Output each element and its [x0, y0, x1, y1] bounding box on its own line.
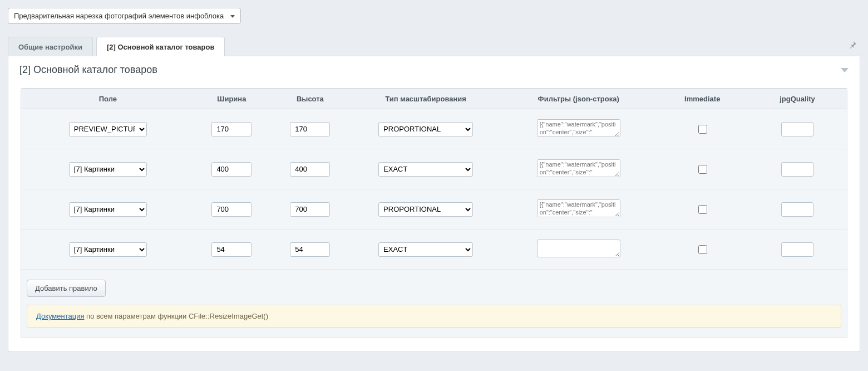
- tab-general[interactable]: Общие настройки: [8, 37, 93, 56]
- col-width: Ширина: [195, 89, 269, 109]
- tab-catalog[interactable]: [2] Основной каталог товаров: [96, 37, 225, 56]
- height-input[interactable]: [290, 202, 330, 217]
- rules-table: Поле Ширина Высота Тип масштабирования Ф…: [21, 89, 847, 270]
- tab-catalog-label: [2] Основной каталог товаров: [107, 43, 214, 51]
- module-select-label: Предварительная нарезка фотографий элеме…: [14, 12, 224, 20]
- width-input[interactable]: [211, 202, 251, 217]
- width-input[interactable]: [211, 122, 251, 136]
- chevron-down-icon: [230, 15, 235, 18]
- panel-head: [2] Основной каталог товаров: [8, 56, 860, 81]
- col-height: Высота: [269, 89, 351, 109]
- immediate-checkbox[interactable]: [698, 165, 707, 174]
- pin-icon[interactable]: [849, 41, 857, 50]
- jpgquality-input[interactable]: [781, 242, 813, 257]
- jpgquality-input[interactable]: [781, 162, 813, 177]
- add-rule-label: Добавить правило: [35, 284, 97, 292]
- col-filters: Фильтры (json-строка): [500, 89, 657, 109]
- scaling-select[interactable]: PROPORTIONALEXACT: [378, 122, 473, 136]
- col-imm: Immediate: [657, 89, 748, 109]
- height-input[interactable]: [290, 242, 330, 257]
- filters-textarea[interactable]: [537, 199, 620, 217]
- width-input[interactable]: [211, 242, 251, 257]
- doc-note: Документация по всем параметрам функции …: [27, 305, 841, 328]
- width-input[interactable]: [211, 162, 251, 177]
- filters-textarea[interactable]: [537, 159, 620, 177]
- col-jpg: jpgQuality: [748, 89, 847, 109]
- table-row: PREVIEW_PICTURE[7] КартинкиPROPORTIONALE…: [21, 109, 847, 149]
- panel-title: [2] Основной каталог товаров: [19, 64, 157, 76]
- table-row: PREVIEW_PICTURE[7] КартинкиPROPORTIONALE…: [21, 189, 847, 230]
- filters-textarea[interactable]: [537, 119, 620, 137]
- field-select[interactable]: PREVIEW_PICTURE[7] Картинки: [69, 202, 147, 217]
- height-input[interactable]: [290, 162, 330, 177]
- table-row: PREVIEW_PICTURE[7] КартинкиPROPORTIONALE…: [21, 149, 847, 189]
- immediate-checkbox[interactable]: [698, 125, 707, 134]
- rules-tbody: PREVIEW_PICTURE[7] КартинкиPROPORTIONALE…: [21, 109, 847, 270]
- jpgquality-input[interactable]: [781, 202, 813, 217]
- immediate-checkbox[interactable]: [698, 205, 707, 214]
- col-field: Поле: [21, 89, 195, 109]
- panel: [2] Основной каталог товаров Поле Ширина…: [8, 56, 860, 352]
- doc-link[interactable]: Документация: [36, 312, 85, 320]
- tab-general-label: Общие настройки: [18, 43, 82, 51]
- filters-textarea[interactable]: [537, 240, 620, 257]
- col-scaling: Тип масштабирования: [352, 89, 500, 109]
- immediate-checkbox[interactable]: [698, 245, 707, 254]
- add-rule-button[interactable]: Добавить правило: [27, 280, 106, 297]
- scaling-select[interactable]: PROPORTIONALEXACT: [378, 202, 473, 217]
- rules-frame: Поле Ширина Высота Тип масштабирования Ф…: [21, 88, 847, 338]
- height-input[interactable]: [290, 122, 330, 136]
- doc-note-text: по всем параметрам функции CFile::Resize…: [85, 312, 269, 320]
- module-select[interactable]: Предварительная нарезка фотографий элеме…: [8, 8, 241, 24]
- field-select[interactable]: PREVIEW_PICTURE[7] Картинки: [69, 162, 147, 177]
- scaling-select[interactable]: PROPORTIONALEXACT: [378, 242, 473, 257]
- field-select[interactable]: PREVIEW_PICTURE[7] Картинки: [69, 122, 147, 136]
- tab-bar: Общие настройки [2] Основной каталог тов…: [8, 36, 860, 56]
- panel-body: Поле Ширина Высота Тип масштабирования Ф…: [8, 81, 860, 352]
- collapse-icon[interactable]: [841, 68, 849, 72]
- table-row: PREVIEW_PICTURE[7] КартинкиPROPORTIONALE…: [21, 230, 847, 270]
- field-select[interactable]: PREVIEW_PICTURE[7] Картинки: [69, 242, 147, 257]
- jpgquality-input[interactable]: [781, 122, 813, 136]
- scaling-select[interactable]: PROPORTIONALEXACT: [378, 162, 473, 177]
